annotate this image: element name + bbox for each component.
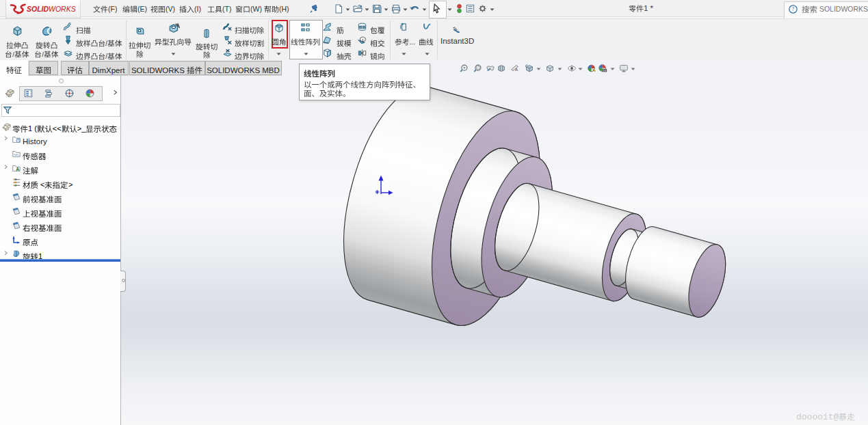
svg-text:SOLID: SOLID xyxy=(27,5,49,13)
svg-text:A: A xyxy=(16,167,19,172)
svg-text:WORKS: WORKS xyxy=(49,5,76,13)
svg-text:A: A xyxy=(515,67,518,72)
svg-text:?: ? xyxy=(791,5,794,12)
